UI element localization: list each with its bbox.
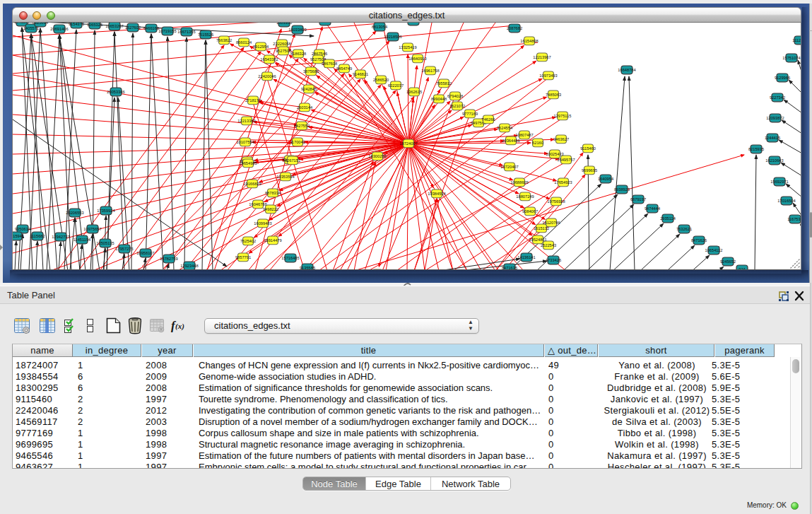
svg-text:8325694: 8325694 xyxy=(33,23,48,25)
svg-text:3875685: 3875685 xyxy=(303,69,319,74)
svg-text:3915941: 3915941 xyxy=(13,234,24,238)
svg-text:9498222: 9498222 xyxy=(263,207,278,211)
svg-text:8912954: 8912954 xyxy=(253,45,269,49)
svg-text:10807487: 10807487 xyxy=(515,133,533,137)
svg-text:2522543: 2522543 xyxy=(541,243,556,247)
svg-text:1170041: 1170041 xyxy=(290,140,305,144)
svg-text:8813054: 8813054 xyxy=(372,25,387,29)
svg-text:18724007: 18724007 xyxy=(399,141,417,146)
svg-text:16648784: 16648784 xyxy=(618,68,635,72)
svg-text:9699695: 9699695 xyxy=(582,168,597,173)
svg-text:1640954: 1640954 xyxy=(598,177,613,181)
svg-text:16961758: 16961758 xyxy=(421,69,439,73)
svg-text:746266: 746266 xyxy=(482,117,495,122)
svg-text:15720407: 15720407 xyxy=(500,165,518,169)
svg-text:12505135: 12505135 xyxy=(96,241,114,245)
svg-text:17016504: 17016504 xyxy=(777,199,795,203)
svg-text:7625402: 7625402 xyxy=(240,239,256,243)
svg-text:6466160: 6466160 xyxy=(143,26,159,30)
svg-text:11451194: 11451194 xyxy=(73,238,90,242)
svg-text:19384554: 19384554 xyxy=(428,192,445,196)
svg-text:2603144: 2603144 xyxy=(297,105,312,110)
svg-text:8131054: 8131054 xyxy=(317,23,333,23)
svg-text:1527602: 1527602 xyxy=(125,25,141,30)
svg-text:1603380: 1603380 xyxy=(276,23,292,25)
svg-text:2935114: 2935114 xyxy=(660,216,676,221)
svg-text:7515526: 7515526 xyxy=(198,33,213,37)
svg-text:20206553: 20206553 xyxy=(66,211,83,215)
svg-text:1112843: 1112843 xyxy=(792,38,801,42)
svg-text:16543382: 16543382 xyxy=(260,57,278,62)
svg-text:15495757: 15495757 xyxy=(557,158,575,162)
svg-text:12213967: 12213967 xyxy=(533,55,551,59)
svg-text:10719155: 10719155 xyxy=(158,29,176,33)
svg-text:12942737: 12942737 xyxy=(52,235,69,239)
svg-text:2718170: 2718170 xyxy=(245,98,261,103)
svg-text:9154376: 9154376 xyxy=(69,23,84,26)
svg-text:10653267: 10653267 xyxy=(105,24,123,28)
svg-text:1733426: 1733426 xyxy=(546,258,561,262)
svg-text:9527508: 9527508 xyxy=(276,49,291,53)
svg-text:1115682: 1115682 xyxy=(30,234,45,238)
svg-text:20053346: 20053346 xyxy=(107,90,124,94)
svg-text:16210643: 16210643 xyxy=(765,158,783,163)
svg-text:62160: 62160 xyxy=(532,141,543,145)
svg-text:19166829: 19166829 xyxy=(243,182,261,186)
svg-text:9129966: 9129966 xyxy=(775,76,790,80)
svg-text:9242845: 9242845 xyxy=(301,87,317,91)
svg-text:8454749: 8454749 xyxy=(336,66,352,71)
svg-text:13325419: 13325419 xyxy=(399,45,416,49)
svg-text:2087682: 2087682 xyxy=(507,26,522,30)
svg-text:9463627: 9463627 xyxy=(553,137,569,141)
svg-text:8660124: 8660124 xyxy=(236,40,252,45)
svg-text:9115460: 9115460 xyxy=(580,146,596,151)
svg-text:16099483: 16099483 xyxy=(254,221,271,226)
svg-text:17654923: 17654923 xyxy=(554,180,572,185)
svg-text:15716485: 15716485 xyxy=(281,256,299,260)
svg-text:1621072: 1621072 xyxy=(449,104,465,108)
svg-text:12213369: 12213369 xyxy=(237,119,255,123)
svg-text:9146821: 9146821 xyxy=(353,72,368,76)
svg-text:20691406: 20691406 xyxy=(50,27,68,31)
svg-text:15692971: 15692971 xyxy=(770,180,788,184)
svg-text:16671355: 16671355 xyxy=(177,30,195,34)
svg-text:1065326: 1065326 xyxy=(87,23,102,27)
svg-text:9857791: 9857791 xyxy=(235,255,251,259)
svg-text:(x): (x) xyxy=(175,322,184,331)
svg-text:6794028: 6794028 xyxy=(447,94,463,98)
svg-text:2586520: 2586520 xyxy=(373,78,389,82)
svg-text:8471635: 8471635 xyxy=(502,266,517,270)
svg-text:8215935: 8215935 xyxy=(748,147,764,151)
svg-text:17359924: 17359924 xyxy=(97,209,114,213)
svg-text:8267151: 8267151 xyxy=(285,158,300,163)
svg-text:13353594: 13353594 xyxy=(276,175,294,179)
svg-text:8878334: 8878334 xyxy=(265,191,281,195)
svg-text:9245652: 9245652 xyxy=(720,259,736,264)
svg-text:9135585: 9135585 xyxy=(300,266,315,270)
svg-text:8813: 8813 xyxy=(409,23,418,23)
svg-text:6879197: 6879197 xyxy=(630,197,646,201)
svg-text:1167534: 1167534 xyxy=(787,217,801,221)
svg-text:16914479: 16914479 xyxy=(264,238,281,243)
svg-text:10973493: 10973493 xyxy=(539,74,557,78)
svg-text:2867608: 2867608 xyxy=(322,62,337,66)
svg-text:1244415: 1244415 xyxy=(765,136,780,140)
svg-text:10958107: 10958107 xyxy=(136,251,154,255)
svg-text:8990448: 8990448 xyxy=(431,97,447,101)
svg-text:9474444: 9474444 xyxy=(645,206,660,211)
svg-text:10107554: 10107554 xyxy=(236,140,254,144)
svg-text:8471626: 8471626 xyxy=(691,238,707,243)
svg-text:16782759: 16782759 xyxy=(160,257,177,261)
svg-text:22420046: 22420046 xyxy=(258,74,276,78)
svg-text:10688609: 10688609 xyxy=(510,180,528,185)
svg-text:924: 924 xyxy=(739,267,746,270)
svg-text:9350614: 9350614 xyxy=(15,227,30,231)
svg-text:8938923: 8938923 xyxy=(614,187,630,192)
svg-text:9227342: 9227342 xyxy=(770,95,785,100)
svg-text:12923448: 12923448 xyxy=(180,264,198,268)
svg-text:18807249: 18807249 xyxy=(516,194,534,199)
svg-text:8427552: 8427552 xyxy=(294,124,310,128)
svg-text:10654112: 10654112 xyxy=(705,248,723,252)
svg-text:17957275: 17957275 xyxy=(115,247,133,251)
svg-text:8186328: 8186328 xyxy=(290,52,306,56)
